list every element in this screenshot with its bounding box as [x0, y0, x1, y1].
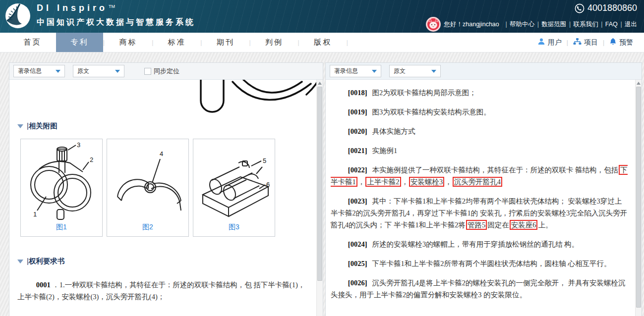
description-paragraph: [0023]其中：下半卡箍1和上半卡箍2均带有两个半圆柱状壳体结构； 安装螺栓3…: [331, 195, 628, 231]
header-link[interactable]: 联系我们: [573, 21, 598, 28]
right-scroll-thumb[interactable]: [636, 87, 641, 308]
logo-moon-icon: [5, 3, 31, 29]
svg-text:1: 1: [33, 211, 37, 218]
nav-item-2[interactable]: 专利: [56, 33, 103, 52]
description-paragraph: [0021]实施例1: [331, 145, 628, 157]
logo[interactable]: DI InspiroTM 中国知识产权大数据与智慧服务系统: [5, 3, 195, 29]
header-links: ｜帮助中心｜数据范围｜联系我们｜FAQ｜退出: [503, 20, 637, 29]
left-scroll-thumb[interactable]: [317, 87, 322, 281]
paragraph-number: [0019]: [348, 108, 367, 116]
collapse-triangle-icon[interactable]: [17, 260, 23, 263]
avatar[interactable]: [426, 17, 441, 32]
text-segment: 下半卡箍1和上半卡箍2所带有两个半圆柱状壳体结构，圆柱轴 心相互平行。: [372, 260, 611, 267]
header-link[interactable]: 数据范围: [541, 21, 566, 28]
collapse-triangle-icon[interactable]: [17, 124, 23, 128]
user-icon: [537, 38, 545, 47]
nav-right-label: 用户: [548, 38, 562, 47]
right-scrollbar[interactable]: [635, 80, 642, 316]
chevron-down-icon: [372, 70, 377, 73]
section-related-figures[interactable]: |相关附图: [9, 121, 316, 131]
header-link[interactable]: 帮助中心: [510, 21, 534, 28]
highlighted-term[interactable]: 安装座6: [510, 220, 538, 230]
nav-item-6[interactable]: 判例: [251, 33, 298, 52]
phone-number: 4001880860: [587, 3, 637, 13]
left-biblio-dropdown[interactable]: 著录信息: [13, 65, 65, 77]
right-fulltext-dropdown-label: 原文: [394, 67, 406, 75]
right-biblio-dropdown-label: 著录信息: [334, 67, 358, 75]
logo-subtitle: 中国知识产权大数据与智慧服务系统: [37, 17, 195, 28]
section-related-figures-title: 相关附图: [29, 122, 58, 130]
left-fulltext-dropdown[interactable]: 原文: [73, 65, 124, 77]
text-segment: 图2为双联卡箍结构局部示意图；: [372, 89, 476, 97]
nav-item-4[interactable]: 标准: [153, 33, 200, 52]
nav-right-预警[interactable]: 预警: [609, 38, 633, 47]
svg-text:4: 4: [160, 150, 163, 158]
svg-text:2: 2: [90, 156, 93, 163]
text-segment: 所述的安装螺栓3的螺帽上，带有用于穿插放松钢丝的通孔结 构。: [372, 240, 579, 248]
text-segment: 固定在: [487, 221, 509, 229]
separator: ｜: [503, 21, 509, 28]
nav-item-1[interactable]: 首页: [9, 33, 56, 52]
right-toolbar: 著录信息 原文: [326, 63, 642, 80]
header-link[interactable]: FAQ: [605, 21, 618, 28]
description-paragraphs: [0018]图2为双联卡箍结构局部示意图；[0019]图3为双联卡箍结构安装结构…: [326, 80, 635, 301]
sync-locate-checkbox[interactable]: [144, 68, 151, 75]
scroll-up-icon[interactable]: [637, 82, 641, 85]
nav-right-用户[interactable]: 用户: [537, 38, 562, 47]
figure-caption: 图2: [142, 223, 153, 236]
svg-text:3: 3: [77, 141, 80, 149]
figure-caption: 图1: [56, 223, 67, 236]
highlighted-term[interactable]: 管路5: [466, 220, 487, 230]
left-scrollbar[interactable]: [316, 80, 323, 316]
left-toolbar: 著录信息 原文 同步定位: [9, 63, 323, 80]
phone-icon: [575, 3, 585, 13]
highlighted-term[interactable]: 上半卡箍2: [365, 177, 401, 187]
figure-caption: 图3: [229, 223, 239, 236]
sync-locate-control: 同步定位: [144, 67, 179, 76]
user-bar: 您好！zhangjinchao ｜帮助中心｜数据范围｜联系我们｜FAQ｜退出: [426, 17, 637, 32]
separator: |: [603, 39, 604, 46]
sync-locate-label: 同步定位: [154, 67, 179, 76]
highlighted-term[interactable]: 安装螺栓3: [409, 177, 444, 187]
chevron-down-icon: [431, 70, 436, 73]
paragraph-number: [0020]: [348, 127, 367, 135]
description-paragraph: [0026]沉头旁开豁孔4是将上半卡箍2的螺栓安装孔的一侧完全敞开， 并具有安装…: [331, 277, 628, 301]
highlighted-term[interactable]: 沉头旁开豁孔4: [453, 177, 502, 187]
figure-thumbnails: 321图1 4图2 56图3: [9, 131, 316, 237]
text-segment: ，: [358, 178, 365, 186]
text-segment: 本实施例提供了一种双联卡箍结构，其特征在于：所述的双联卡 箍结构，包括: [372, 166, 618, 174]
figure-thumbnail-2[interactable]: 4图2: [107, 139, 189, 237]
right-content: [0018]图2为双联卡箍结构局部示意图；[0019]图3为双联卡箍结构安装结构…: [326, 80, 635, 316]
header-link[interactable]: 退出: [625, 21, 637, 28]
svg-text:6: 6: [266, 181, 270, 188]
figure-thumbnail-3[interactable]: 56图3: [193, 139, 275, 237]
logo-tm: TM: [109, 4, 115, 9]
text-segment: ，: [445, 178, 452, 186]
description-paragraph: [0019]图3为双联卡箍结构安装结构示意图。: [331, 106, 628, 118]
text-segment: 实施例1: [372, 147, 397, 155]
nav-item-5[interactable]: 期刊: [202, 33, 249, 52]
chevron-down-icon: [56, 70, 60, 73]
right-fulltext-dropdown[interactable]: 原文: [389, 65, 441, 77]
scroll-up-icon[interactable]: [318, 82, 322, 85]
description-paragraph: [0022]本实施例提供了一种双联卡箍结构，其特征在于：所述的双联卡 箍结构，包…: [331, 164, 628, 188]
figure-thumbnail-1[interactable]: 321图1: [20, 139, 103, 237]
nav-right: 用户|项目|预警: [537, 33, 644, 52]
section-claims[interactable]: |权利要求书: [9, 257, 316, 266]
nav-item-3[interactable]: 商标: [105, 33, 152, 52]
paragraph-number: [0025]: [348, 260, 367, 267]
nav-right-项目[interactable]: 项目: [573, 38, 598, 47]
separator: ｜: [618, 21, 624, 28]
left-biblio-dropdown-label: 著录信息: [18, 67, 42, 75]
right-biblio-dropdown[interactable]: 著录信息: [330, 65, 381, 77]
nav-item-7[interactable]: 版权: [299, 33, 347, 52]
separator: |: [347, 39, 348, 46]
separator: ｜: [598, 21, 604, 28]
text-segment: 上。: [538, 221, 552, 229]
description-paragraph: [0018]图2为双联卡箍结构局部示意图；: [331, 87, 628, 99]
left-document-panel: 著录信息 原文 同步定位 |相关附图: [9, 62, 323, 316]
paragraph-number: [0026]: [348, 279, 367, 287]
left-content: |相关附图 321图1 4图2 56图3 |权利要求书 0001 ．1.一种双联…: [9, 80, 316, 316]
project-icon: [573, 38, 582, 47]
partial-figure: [9, 80, 316, 121]
